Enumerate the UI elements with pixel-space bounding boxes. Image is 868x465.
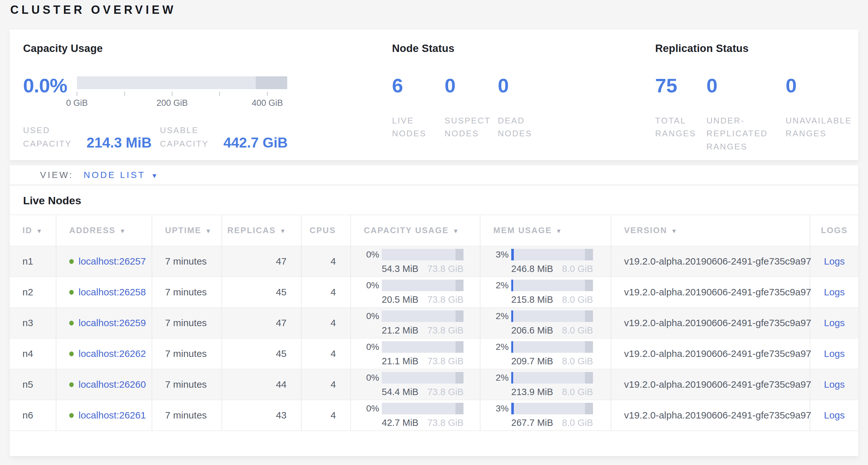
summary-stat-label: SUSPECT NODES [444, 114, 498, 140]
node-address-link[interactable]: localhost:26257 [79, 256, 146, 266]
view-mode-dropdown[interactable]: NODE LIST ▼ [84, 170, 158, 180]
capacity-usage-section: Capacity Usage 0.0% 0 GiB200 GiB400 GiB … [23, 42, 344, 150]
version-cell: v19.2.0-alpha.20190606-2491-gfe735c9a97 [611, 338, 810, 369]
column-header-version[interactable]: VERSION▼ [611, 215, 810, 246]
view-label: VIEW: [40, 170, 73, 180]
logs-link[interactable]: Logs [824, 287, 845, 297]
cpus-cell: 4 [301, 338, 351, 369]
logs-link[interactable]: Logs [824, 256, 845, 266]
table-row: n3 localhost:26259 7 minutes 47 4 0% 21.… [10, 308, 858, 338]
node-address-link[interactable]: localhost:26258 [79, 287, 146, 297]
column-header-capacity-usage[interactable]: CAPACITY USAGE▼ [351, 215, 480, 246]
mem-mini-bar-fill [511, 403, 514, 414]
mem-mini-bar-fill [511, 341, 513, 353]
mem-usage-cell: 2% 206.6 MiB 8.0 GiB [480, 308, 611, 338]
mem-usage-cell: 2% 209.7 MiB 8.0 GiB [480, 338, 611, 369]
live-status-dot-icon [69, 351, 74, 356]
mem-mini-bar-reserved [585, 311, 593, 322]
capacity-usage-cell: 0% 54.4 MiB 73.8 GiB [351, 369, 480, 400]
version-cell: v19.2.0-alpha.20190606-2491-gfe735c9a97 [611, 369, 810, 400]
axis-tick [124, 92, 125, 96]
summary-stat-value: 75 [655, 76, 707, 95]
column-header-uptime[interactable]: UPTIME▼ [152, 215, 222, 246]
node-address-cell: localhost:26259 [56, 308, 152, 338]
cpus-cell: 4 [301, 369, 351, 400]
axis-tick [219, 92, 220, 96]
usable-capacity-label: USABLE CAPACITY [160, 124, 212, 150]
summary-stat-label: LIVE NODES [392, 114, 444, 140]
column-header-replicas[interactable]: REPLICAS▼ [222, 215, 301, 246]
mem-mini-bar-fill [511, 280, 513, 291]
uptime-cell: 7 minutes [152, 369, 222, 400]
node-address-cell: localhost:26262 [56, 338, 152, 369]
column-header-id[interactable]: ID▼ [10, 215, 56, 246]
capacity-mini-bar [382, 372, 464, 383]
mem-mini-bar-reserved [585, 249, 593, 260]
usable-capacity-stat: USABLE CAPACITY 442.7 GiB [160, 124, 288, 150]
capacity-mini-bar-reserved [456, 372, 464, 383]
capacity-usage-cell: 0% 42.7 MiB 73.8 GiB [351, 400, 480, 431]
usable-capacity-value: 442.7 GiB [223, 136, 288, 150]
node-address-cell: localhost:26261 [56, 400, 152, 431]
version-cell: v19.2.0-alpha.20190606-2491-gfe735c9a97 [611, 277, 810, 308]
live-nodes-title: Live Nodes [23, 194, 858, 207]
summary-stat: 0SUSPECT NODES [444, 76, 498, 140]
logs-link[interactable]: Logs [824, 379, 845, 390]
version-cell: v19.2.0-alpha.20190606-2491-gfe735c9a97 [611, 246, 810, 277]
replication-status-section: Replication Status 75TOTAL RANGES0UNDER-… [655, 42, 860, 153]
uptime-cell: 7 minutes [152, 246, 222, 277]
version-cell: v19.2.0-alpha.20190606-2491-gfe735c9a97 [611, 308, 810, 338]
node-id-cell: n2 [10, 277, 56, 308]
mem-mini-bar-reserved [585, 341, 593, 353]
view-bar: VIEW: NODE LIST ▼ [10, 165, 858, 185]
summary-stat: 0DEAD NODES [498, 76, 549, 140]
column-header-mem-usage[interactable]: MEM USAGE▼ [480, 215, 611, 246]
summary-stat-value: 0 [707, 76, 786, 95]
axis-tick-label: 400 GiB [252, 98, 283, 108]
replicas-cell: 44 [222, 369, 301, 400]
capacity-mini-bar [382, 341, 464, 353]
logs-link[interactable]: Logs [824, 348, 845, 359]
node-address-link[interactable]: localhost:26261 [79, 410, 146, 420]
table-row: n1 localhost:26257 7 minutes 47 4 0% 54.… [10, 246, 858, 277]
live-status-dot-icon [69, 382, 74, 387]
mem-mini-bar-fill [511, 372, 513, 383]
column-header-address[interactable]: ADDRESS▼ [56, 215, 152, 246]
capacity-usage-cell: 0% 54.3 MiB 73.8 GiB [351, 246, 480, 277]
mem-mini-bar [511, 341, 593, 353]
node-address-link[interactable]: localhost:26259 [79, 318, 146, 328]
summary-stat-value: 0 [498, 76, 549, 95]
uptime-cell: 7 minutes [152, 308, 222, 338]
axis-tick [172, 92, 173, 96]
node-id-cell: n6 [10, 400, 56, 431]
summary-stat-label: UNDER-REPLICATED RANGES [707, 114, 786, 153]
cpus-cell: 4 [301, 246, 351, 277]
cluster-summary-card: Capacity Usage 0.0% 0 GiB200 GiB400 GiB … [10, 29, 858, 161]
axis-tick [76, 92, 77, 96]
node-address-link[interactable]: localhost:26262 [79, 348, 146, 359]
capacity-mini-bar [382, 249, 464, 260]
node-address-cell: localhost:26258 [56, 277, 152, 308]
live-status-dot-icon [69, 321, 74, 325]
capacity-mini-bar-reserved [456, 280, 464, 291]
mem-mini-bar [511, 403, 593, 414]
replicas-cell: 47 [222, 246, 301, 277]
capacity-mini-bar-reserved [456, 403, 464, 414]
mem-mini-bar [511, 311, 593, 322]
replication-status-title: Replication Status [655, 42, 860, 55]
logs-cell: Logs [810, 400, 858, 431]
logs-link[interactable]: Logs [824, 410, 845, 420]
live-status-dot-icon [69, 413, 74, 418]
uptime-cell: 7 minutes [152, 277, 222, 308]
logs-cell: Logs [810, 369, 858, 400]
page-title: CLUSTER OVERVIEW [10, 3, 868, 17]
mem-mini-bar-reserved [585, 280, 593, 291]
sort-caret-icon: ▼ [205, 228, 212, 234]
node-id-cell: n4 [10, 338, 56, 369]
cpus-cell: 4 [301, 400, 351, 431]
node-address-link[interactable]: localhost:26260 [79, 379, 146, 390]
logs-link[interactable]: Logs [824, 318, 845, 328]
used-capacity-stat: USED CAPACITY 214.3 MiB [23, 124, 152, 150]
summary-stat-label: UNAVAILABLE RANGES [786, 114, 859, 140]
uptime-cell: 7 minutes [152, 338, 222, 369]
